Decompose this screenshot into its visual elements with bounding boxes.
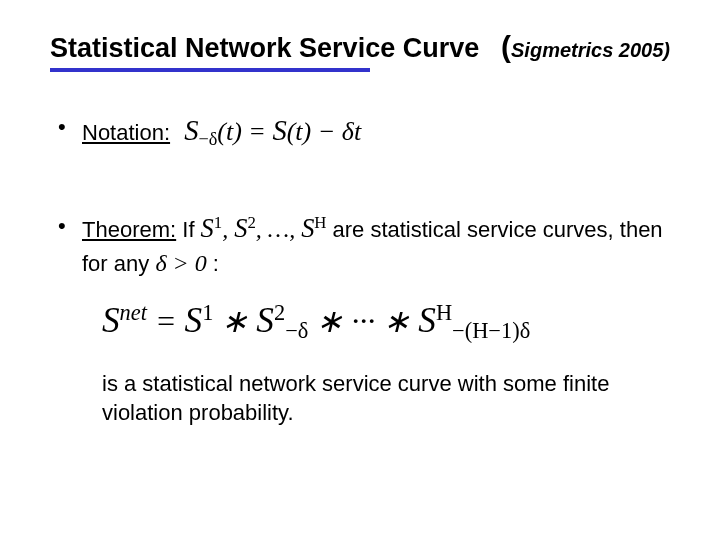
dots: , …, xyxy=(256,216,301,242)
citation: (Sigmetrics 2005) xyxy=(501,30,670,64)
s1-sup: 1 xyxy=(214,213,222,232)
delta-condition: δ > 0 xyxy=(155,250,212,276)
math-s: S xyxy=(184,115,198,146)
slide: Statistical Network Service Curve (Sigme… xyxy=(0,0,720,540)
slide-title: Statistical Network Service Curve xyxy=(50,33,479,64)
d-s2: S xyxy=(256,301,274,340)
sH-sup: H xyxy=(314,213,326,232)
snet-sup: net xyxy=(120,300,147,325)
d-s2-sub: −δ xyxy=(285,318,308,343)
math-sub: −δ xyxy=(198,129,217,149)
if-word: If xyxy=(176,217,200,242)
comma1: , xyxy=(222,216,234,242)
s2-sup: 2 xyxy=(247,213,255,232)
sH: S xyxy=(301,213,314,243)
title-underline xyxy=(50,68,370,72)
bullet-notation: Notation: S−δ(t) = S(t) − δt xyxy=(50,112,670,151)
math-eq: = xyxy=(242,117,273,146)
math-arg: (t) xyxy=(217,117,242,146)
citation-text: Sigmetrics 2005) xyxy=(511,39,670,61)
d-sH: S xyxy=(418,301,436,340)
notation-label: Notation: xyxy=(82,120,170,145)
theorem-conclusion: is a statistical network service curve w… xyxy=(102,370,630,427)
disp-eq: = xyxy=(147,303,185,339)
d-s2-sup: 2 xyxy=(274,300,285,325)
math-rhs-arg: (t) xyxy=(287,117,312,146)
math-dt: δt xyxy=(342,117,361,146)
d-sH-sup: H xyxy=(436,300,452,325)
snet: S xyxy=(102,301,120,340)
notation-formula: S−δ(t) = S(t) − δt xyxy=(184,117,361,146)
d-sH-sub: −(H−1)δ xyxy=(452,318,530,343)
s1: S xyxy=(201,213,214,243)
star1: ∗ xyxy=(213,303,256,339)
d-s1-sup: 1 xyxy=(202,300,213,325)
title-row: Statistical Network Service Curve (Sigme… xyxy=(50,30,670,64)
theorem-hypothesis-math: S1, S2, …, SH xyxy=(201,216,333,242)
colon: : xyxy=(213,251,219,276)
theorem-label: Theorem: xyxy=(82,217,176,242)
bullet-list: Notation: S−δ(t) = S(t) − δt Theorem: If… xyxy=(50,112,670,427)
bullet-theorem: Theorem: If S1, S2, …, SH are statistica… xyxy=(50,211,670,427)
s2: S xyxy=(234,213,247,243)
paren-open: ( xyxy=(501,30,511,63)
display-formula: Snet = S1 ∗ S2−δ ∗ ··· ∗ SH−(H−1)δ xyxy=(102,297,670,346)
math-s2: S xyxy=(272,115,286,146)
d-s1: S xyxy=(185,301,203,340)
math-minus: − xyxy=(311,117,342,146)
delta-cond-text: δ > 0 xyxy=(155,250,206,276)
cdots: ∗ ··· ∗ xyxy=(308,303,418,339)
